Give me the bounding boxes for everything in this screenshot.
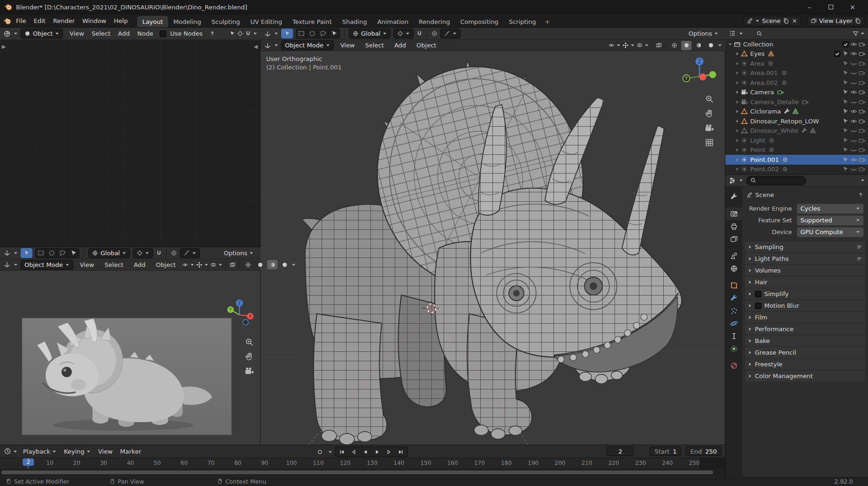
cursor-select-icon[interactable] (842, 118, 849, 125)
visibility-icon[interactable] (182, 262, 188, 268)
unlink-scene-icon[interactable] (791, 18, 798, 24)
viewport-menu-select[interactable]: Select (361, 41, 388, 50)
outliner-item-point-002[interactable]: Point.002 (725, 165, 868, 175)
preset-menu-icon[interactable] (856, 244, 862, 250)
properties-search[interactable] (746, 176, 806, 185)
outliner-item-dinosaur-retopo-low[interactable]: Dinosaur_Retopo_LOW (725, 116, 868, 126)
node-canvas[interactable]: ▶ ◀ (0, 40, 261, 247)
outliner-item-camera-detalle[interactable]: Camera_Detalle (725, 97, 868, 107)
timeline-editor-type-icon[interactable] (4, 448, 11, 455)
hand-icon[interactable] (705, 109, 714, 118)
collapse-icon[interactable] (728, 42, 732, 46)
outliner-item-area-001[interactable]: Area.001 (725, 68, 868, 78)
camera-data-icon[interactable] (859, 137, 866, 144)
snap-backdrop-icon[interactable] (229, 30, 235, 37)
expand-icon[interactable] (735, 138, 739, 143)
preview-menu-select[interactable]: Select (101, 260, 127, 269)
camera-data-icon[interactable] (859, 146, 866, 153)
preview-menu-view[interactable]: View (76, 260, 98, 269)
magnet-icon[interactable] (245, 30, 251, 37)
editor-3d-icon[interactable] (3, 261, 11, 268)
frame-start-field[interactable]: Start 1 (650, 447, 681, 456)
gizmo-widget-icon[interactable] (196, 262, 202, 268)
outliner-display-mode-icon[interactable] (729, 30, 736, 37)
workspace-tab-rendering[interactable]: Rendering (414, 16, 455, 28)
section-checkbox[interactable] (755, 303, 761, 309)
camera-data-icon[interactable] (859, 118, 866, 125)
properties-tab-scene[interactable] (725, 250, 742, 262)
preview-menu-add[interactable]: Add (130, 260, 149, 269)
expand-icon[interactable] (735, 119, 739, 123)
timeline-menu-view[interactable]: View (94, 447, 116, 456)
cursor-select-icon[interactable] (842, 60, 849, 67)
play-reverse-button[interactable] (360, 448, 371, 456)
pin-icon[interactable] (858, 192, 864, 198)
camera-data-icon[interactable] (859, 41, 866, 48)
camera-data-icon[interactable] (859, 50, 866, 57)
outliner-item-point-001[interactable]: Point.001 (725, 155, 868, 165)
camera-data-icon[interactable] (859, 79, 866, 86)
preview-shading-material-button[interactable] (267, 260, 277, 269)
render-enable-checkbox[interactable] (843, 41, 849, 47)
field-value-dropdown[interactable]: Supported (797, 215, 864, 226)
expand-icon[interactable] (735, 167, 739, 171)
cursor-select-icon[interactable] (842, 50, 849, 57)
pin-icon[interactable] (209, 30, 215, 37)
jump-to-start-button[interactable] (336, 448, 348, 456)
expand-icon[interactable] (735, 52, 739, 56)
eye-open-icon[interactable] (850, 156, 857, 163)
camera-data-icon[interactable] (859, 89, 866, 96)
shader-menu-select[interactable]: Select (88, 29, 114, 38)
topbar-menu-render[interactable]: Render (49, 16, 78, 25)
preview-options-menu[interactable]: Options (220, 249, 257, 258)
preview-shading-wire-button[interactable] (243, 260, 253, 269)
section-film[interactable]: Film (745, 312, 865, 323)
cursor-select-icon[interactable] (842, 146, 849, 153)
preview-falloff-dropdown[interactable] (180, 248, 200, 258)
camera-data-icon[interactable] (859, 99, 866, 106)
section-grease-pencil[interactable]: Grease Pencil (745, 347, 865, 358)
filter-funnel-icon[interactable] (853, 30, 859, 37)
viewport-menu-object[interactable]: Object (413, 41, 440, 50)
preview-active-tool-button[interactable] (21, 248, 32, 258)
new-view-layer-icon[interactable] (855, 18, 861, 24)
section-motion-blur[interactable]: Motion Blur (745, 300, 865, 311)
preview-shading-solid-button[interactable] (255, 260, 265, 269)
workspace-tab-layout[interactable]: Layout (137, 16, 168, 28)
eye-closed-icon[interactable] (850, 137, 857, 144)
preview-menu-object[interactable]: Object (152, 260, 179, 269)
expand-icon[interactable] (735, 109, 739, 114)
expand-icon[interactable] (735, 61, 739, 66)
eye-closed-icon[interactable] (850, 60, 857, 67)
properties-tab-physics[interactable] (725, 317, 742, 330)
outliner-item-dinosaur-white[interactable]: Dinosaur_White (725, 126, 868, 136)
preview-shading-render-button[interactable] (279, 260, 290, 269)
grid-ortho-icon[interactable] (705, 138, 714, 147)
expand-icon[interactable] (735, 100, 739, 104)
outliner-item-light[interactable]: Light (725, 136, 868, 145)
cursor-select-icon[interactable] (842, 127, 849, 134)
expand-icon[interactable] (735, 81, 739, 85)
properties-search-input[interactable] (759, 176, 802, 184)
section-simplify[interactable]: Simplify (745, 289, 865, 299)
current-frame-field[interactable]: 2 (607, 447, 634, 456)
properties-tab-particles[interactable] (725, 304, 742, 317)
section-checkbox[interactable] (755, 291, 761, 297)
zoom-icon[interactable] (245, 337, 254, 347)
nav-gizmo[interactable]: Z Y (681, 55, 718, 92)
workspace-tab-scripting[interactable]: Scripting (504, 16, 541, 28)
preview-orientation-dropdown[interactable]: Global (88, 248, 130, 258)
circle-select-icon[interactable] (307, 29, 318, 38)
camera-view-icon[interactable] (245, 366, 254, 376)
proportional-icon[interactable] (431, 30, 438, 37)
viewport-falloff-dropdown[interactable] (440, 29, 461, 38)
expand-icon[interactable] (735, 148, 739, 152)
viewport-canvas[interactable]: User Orthographic (2) Collection | Point… (261, 51, 725, 445)
eye-open-icon[interactable] (850, 108, 857, 115)
search-icon[interactable] (756, 30, 762, 37)
eye-open-icon[interactable] (850, 89, 857, 96)
workspace-tab-animation[interactable]: Animation (372, 16, 414, 28)
section-freestyle[interactable]: Freestyle (745, 359, 865, 370)
eye-open-icon[interactable] (850, 41, 857, 48)
jump-to-end-button[interactable] (395, 448, 407, 456)
